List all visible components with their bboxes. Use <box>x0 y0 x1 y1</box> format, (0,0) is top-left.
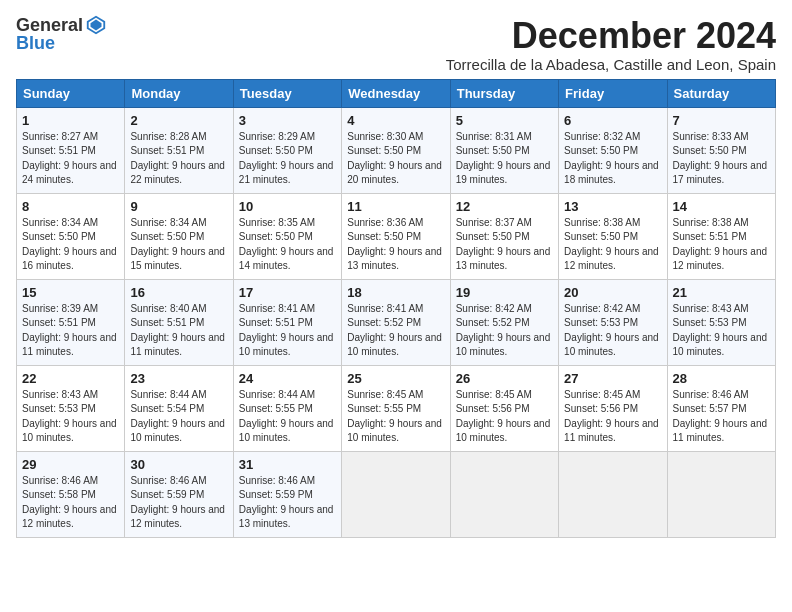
calendar-cell: 11Sunrise: 8:36 AMSunset: 5:50 PMDayligh… <box>342 193 450 279</box>
day-detail: Sunrise: 8:43 AMSunset: 5:53 PMDaylight:… <box>22 388 119 446</box>
day-number: 5 <box>456 113 553 128</box>
day-detail: Sunrise: 8:41 AMSunset: 5:52 PMDaylight:… <box>347 302 444 360</box>
calendar-cell: 14Sunrise: 8:38 AMSunset: 5:51 PMDayligh… <box>667 193 775 279</box>
day-number: 9 <box>130 199 227 214</box>
day-number: 18 <box>347 285 444 300</box>
page-header: General Blue December 2024 Torrecilla de… <box>16 16 776 73</box>
calendar-cell: 19Sunrise: 8:42 AMSunset: 5:52 PMDayligh… <box>450 279 558 365</box>
day-number: 27 <box>564 371 661 386</box>
calendar-cell: 24Sunrise: 8:44 AMSunset: 5:55 PMDayligh… <box>233 365 341 451</box>
day-detail: Sunrise: 8:31 AMSunset: 5:50 PMDaylight:… <box>456 130 553 188</box>
calendar-cell: 1Sunrise: 8:27 AMSunset: 5:51 PMDaylight… <box>17 107 125 193</box>
calendar-cell: 13Sunrise: 8:38 AMSunset: 5:50 PMDayligh… <box>559 193 667 279</box>
calendar-cell: 27Sunrise: 8:45 AMSunset: 5:56 PMDayligh… <box>559 365 667 451</box>
calendar-cell: 3Sunrise: 8:29 AMSunset: 5:50 PMDaylight… <box>233 107 341 193</box>
calendar-cell: 5Sunrise: 8:31 AMSunset: 5:50 PMDaylight… <box>450 107 558 193</box>
calendar-cell: 25Sunrise: 8:45 AMSunset: 5:55 PMDayligh… <box>342 365 450 451</box>
header-tuesday: Tuesday <box>233 79 341 107</box>
day-number: 31 <box>239 457 336 472</box>
calendar-cell: 21Sunrise: 8:43 AMSunset: 5:53 PMDayligh… <box>667 279 775 365</box>
day-number: 23 <box>130 371 227 386</box>
day-number: 14 <box>673 199 770 214</box>
calendar-cell: 30Sunrise: 8:46 AMSunset: 5:59 PMDayligh… <box>125 451 233 537</box>
day-number: 22 <box>22 371 119 386</box>
calendar-cell: 8Sunrise: 8:34 AMSunset: 5:50 PMDaylight… <box>17 193 125 279</box>
day-detail: Sunrise: 8:34 AMSunset: 5:50 PMDaylight:… <box>22 216 119 274</box>
calendar-cell: 2Sunrise: 8:28 AMSunset: 5:51 PMDaylight… <box>125 107 233 193</box>
day-number: 8 <box>22 199 119 214</box>
day-number: 13 <box>564 199 661 214</box>
calendar-cell: 12Sunrise: 8:37 AMSunset: 5:50 PMDayligh… <box>450 193 558 279</box>
day-number: 3 <box>239 113 336 128</box>
day-number: 6 <box>564 113 661 128</box>
header-friday: Friday <box>559 79 667 107</box>
calendar-cell <box>667 451 775 537</box>
header-thursday: Thursday <box>450 79 558 107</box>
day-detail: Sunrise: 8:30 AMSunset: 5:50 PMDaylight:… <box>347 130 444 188</box>
day-number: 15 <box>22 285 119 300</box>
location-title: Torrecilla de la Abadesa, Castille and L… <box>446 56 776 73</box>
day-detail: Sunrise: 8:44 AMSunset: 5:55 PMDaylight:… <box>239 388 336 446</box>
calendar-cell <box>342 451 450 537</box>
calendar-cell: 4Sunrise: 8:30 AMSunset: 5:50 PMDaylight… <box>342 107 450 193</box>
calendar-cell: 31Sunrise: 8:46 AMSunset: 5:59 PMDayligh… <box>233 451 341 537</box>
day-detail: Sunrise: 8:41 AMSunset: 5:51 PMDaylight:… <box>239 302 336 360</box>
day-detail: Sunrise: 8:34 AMSunset: 5:50 PMDaylight:… <box>130 216 227 274</box>
day-detail: Sunrise: 8:45 AMSunset: 5:55 PMDaylight:… <box>347 388 444 446</box>
calendar-cell: 22Sunrise: 8:43 AMSunset: 5:53 PMDayligh… <box>17 365 125 451</box>
day-detail: Sunrise: 8:43 AMSunset: 5:53 PMDaylight:… <box>673 302 770 360</box>
day-detail: Sunrise: 8:40 AMSunset: 5:51 PMDaylight:… <box>130 302 227 360</box>
day-detail: Sunrise: 8:35 AMSunset: 5:50 PMDaylight:… <box>239 216 336 274</box>
day-detail: Sunrise: 8:39 AMSunset: 5:51 PMDaylight:… <box>22 302 119 360</box>
calendar-cell: 23Sunrise: 8:44 AMSunset: 5:54 PMDayligh… <box>125 365 233 451</box>
calendar-cell: 20Sunrise: 8:42 AMSunset: 5:53 PMDayligh… <box>559 279 667 365</box>
day-number: 1 <box>22 113 119 128</box>
day-number: 16 <box>130 285 227 300</box>
calendar-table: SundayMondayTuesdayWednesdayThursdayFrid… <box>16 79 776 538</box>
day-detail: Sunrise: 8:38 AMSunset: 5:50 PMDaylight:… <box>564 216 661 274</box>
calendar-cell <box>559 451 667 537</box>
calendar-week-0: 1Sunrise: 8:27 AMSunset: 5:51 PMDaylight… <box>17 107 776 193</box>
day-detail: Sunrise: 8:32 AMSunset: 5:50 PMDaylight:… <box>564 130 661 188</box>
calendar-cell: 17Sunrise: 8:41 AMSunset: 5:51 PMDayligh… <box>233 279 341 365</box>
day-number: 26 <box>456 371 553 386</box>
day-detail: Sunrise: 8:46 AMSunset: 5:58 PMDaylight:… <box>22 474 119 532</box>
day-number: 24 <box>239 371 336 386</box>
calendar-cell: 18Sunrise: 8:41 AMSunset: 5:52 PMDayligh… <box>342 279 450 365</box>
day-detail: Sunrise: 8:44 AMSunset: 5:54 PMDaylight:… <box>130 388 227 446</box>
day-number: 11 <box>347 199 444 214</box>
day-detail: Sunrise: 8:46 AMSunset: 5:59 PMDaylight:… <box>130 474 227 532</box>
day-number: 2 <box>130 113 227 128</box>
logo: General Blue <box>16 16 107 54</box>
header-row: SundayMondayTuesdayWednesdayThursdayFrid… <box>17 79 776 107</box>
day-number: 4 <box>347 113 444 128</box>
day-detail: Sunrise: 8:28 AMSunset: 5:51 PMDaylight:… <box>130 130 227 188</box>
calendar-cell: 6Sunrise: 8:32 AMSunset: 5:50 PMDaylight… <box>559 107 667 193</box>
calendar-cell: 29Sunrise: 8:46 AMSunset: 5:58 PMDayligh… <box>17 451 125 537</box>
day-detail: Sunrise: 8:27 AMSunset: 5:51 PMDaylight:… <box>22 130 119 188</box>
calendar-cell: 9Sunrise: 8:34 AMSunset: 5:50 PMDaylight… <box>125 193 233 279</box>
day-detail: Sunrise: 8:42 AMSunset: 5:52 PMDaylight:… <box>456 302 553 360</box>
day-number: 30 <box>130 457 227 472</box>
calendar-cell: 26Sunrise: 8:45 AMSunset: 5:56 PMDayligh… <box>450 365 558 451</box>
calendar-cell: 28Sunrise: 8:46 AMSunset: 5:57 PMDayligh… <box>667 365 775 451</box>
day-number: 17 <box>239 285 336 300</box>
calendar-cell: 10Sunrise: 8:35 AMSunset: 5:50 PMDayligh… <box>233 193 341 279</box>
header-monday: Monday <box>125 79 233 107</box>
day-detail: Sunrise: 8:38 AMSunset: 5:51 PMDaylight:… <box>673 216 770 274</box>
day-number: 12 <box>456 199 553 214</box>
month-title: December 2024 <box>446 16 776 56</box>
calendar-cell: 7Sunrise: 8:33 AMSunset: 5:50 PMDaylight… <box>667 107 775 193</box>
day-number: 29 <box>22 457 119 472</box>
calendar-week-2: 15Sunrise: 8:39 AMSunset: 5:51 PMDayligh… <box>17 279 776 365</box>
day-detail: Sunrise: 8:45 AMSunset: 5:56 PMDaylight:… <box>564 388 661 446</box>
day-number: 21 <box>673 285 770 300</box>
logo-icon <box>85 14 107 36</box>
title-block: December 2024 Torrecilla de la Abadesa, … <box>446 16 776 73</box>
day-detail: Sunrise: 8:45 AMSunset: 5:56 PMDaylight:… <box>456 388 553 446</box>
day-number: 20 <box>564 285 661 300</box>
day-number: 28 <box>673 371 770 386</box>
day-detail: Sunrise: 8:37 AMSunset: 5:50 PMDaylight:… <box>456 216 553 274</box>
calendar-cell <box>450 451 558 537</box>
calendar-week-1: 8Sunrise: 8:34 AMSunset: 5:50 PMDaylight… <box>17 193 776 279</box>
